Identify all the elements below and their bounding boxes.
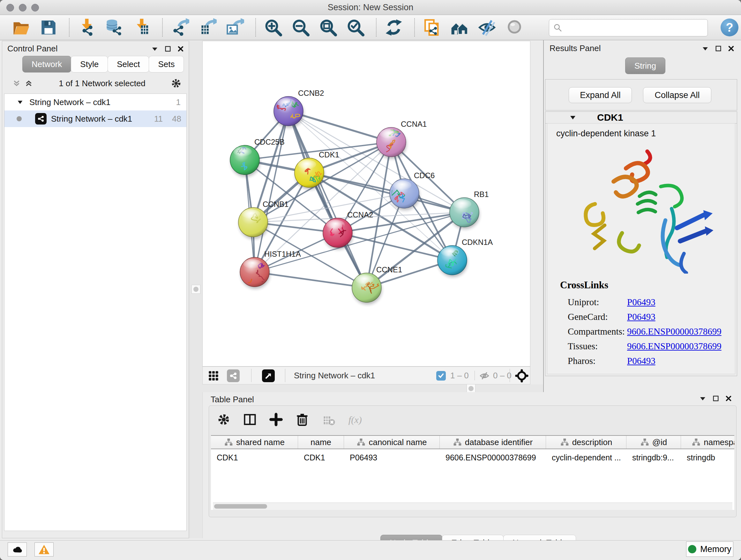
table-cell[interactable]: stringdb:9... bbox=[626, 453, 681, 462]
share-view-icon[interactable] bbox=[227, 369, 240, 382]
crosslink-label: Pharos: bbox=[560, 356, 627, 366]
network-options-gear-icon[interactable] bbox=[171, 78, 182, 89]
scrollbar-thumb[interactable] bbox=[214, 504, 267, 509]
export-network-button[interactable] bbox=[171, 18, 190, 37]
network-status-dot bbox=[17, 116, 22, 121]
export-table-button[interactable] bbox=[198, 18, 217, 37]
column-header-shared-name[interactable]: shared name bbox=[211, 436, 298, 449]
gene-section-header[interactable]: CDK1 bbox=[545, 112, 737, 124]
search-input[interactable] bbox=[566, 21, 704, 35]
tab-string[interactable]: String bbox=[625, 57, 665, 74]
table-row[interactable]: CDK1CDK1P064939606.ENSP00000378699cyclin… bbox=[211, 449, 734, 466]
fit-selected-crosshair-icon[interactable] bbox=[515, 369, 529, 383]
split-columns-icon[interactable] bbox=[243, 413, 257, 427]
add-icon[interactable] bbox=[269, 413, 283, 427]
save-session-button[interactable] bbox=[39, 18, 58, 37]
tab-style[interactable]: Style bbox=[71, 56, 108, 72]
close-panel-icon[interactable] bbox=[725, 395, 732, 402]
open-in-window-icon[interactable] bbox=[262, 369, 275, 382]
column-header-database-identifier[interactable]: database identifier bbox=[440, 436, 546, 449]
zoom-selected-button[interactable] bbox=[346, 18, 365, 37]
crosslink-link[interactable]: P06493 bbox=[627, 312, 656, 322]
collapse-all-button[interactable]: Collapse All bbox=[643, 87, 711, 103]
table-cell[interactable]: P06493 bbox=[344, 453, 440, 462]
network-from-document-button[interactable] bbox=[422, 18, 442, 37]
crosslink-label: Compartments: bbox=[560, 326, 627, 337]
show-hidden-button[interactable] bbox=[505, 18, 524, 37]
home-icon bbox=[450, 18, 469, 37]
float-panel-icon[interactable] bbox=[715, 45, 722, 52]
table-cell[interactable]: 9606.ENSP00000378699 bbox=[440, 453, 546, 462]
expand-all-icon[interactable] bbox=[24, 78, 33, 88]
table-splitter-handle[interactable] bbox=[467, 384, 475, 393]
collapse-all-icon[interactable] bbox=[12, 78, 21, 88]
export-image-button[interactable] bbox=[225, 18, 245, 37]
svg-text:f(x): f(x) bbox=[348, 415, 361, 425]
close-panel-icon[interactable] bbox=[177, 45, 184, 52]
table-cell[interactable]: CDK1 bbox=[211, 453, 298, 462]
table-cell[interactable]: stringdb bbox=[681, 453, 734, 462]
title-bar: Session: New Session bbox=[0, 0, 741, 15]
column-header-namespace[interactable]: namespace bbox=[681, 436, 734, 449]
hide-elements-button[interactable] bbox=[477, 18, 496, 37]
grid-view-icon[interactable] bbox=[208, 370, 219, 381]
clear-table-icon[interactable] bbox=[321, 413, 335, 427]
crosslink-link[interactable]: P06493 bbox=[627, 356, 656, 366]
crosslink-link[interactable]: 9606.ENSP00000378699 bbox=[627, 326, 722, 337]
network-collection-row[interactable]: String Network – cdk1 1 bbox=[4, 94, 186, 111]
network-canvas[interactable]: CCNB2 CCNA1 CDC25B CDK1 CDC6 RB1 CCNB1 C… bbox=[202, 41, 530, 367]
table-horizontal-scrollbar[interactable] bbox=[213, 503, 732, 510]
zoom-fit-button[interactable] bbox=[319, 18, 338, 37]
network-edge bbox=[288, 111, 391, 142]
search-icon bbox=[553, 23, 562, 33]
crosslink-link[interactable]: P06493 bbox=[627, 297, 656, 307]
help-button[interactable]: ? bbox=[721, 18, 738, 37]
node-table[interactable]: shared namenamecanonical namedatabase id… bbox=[211, 435, 734, 510]
panel-menu-icon[interactable] bbox=[701, 45, 709, 52]
column-header-canonical-name[interactable]: canonical name bbox=[344, 436, 440, 449]
import-network-button[interactable] bbox=[77, 18, 96, 37]
float-panel-icon[interactable] bbox=[164, 45, 172, 52]
open-session-button[interactable] bbox=[11, 18, 30, 37]
function-icon[interactable]: f(x) bbox=[347, 413, 361, 427]
string-home-button[interactable] bbox=[450, 18, 469, 37]
table-cell[interactable]: cyclin-dependent ... bbox=[546, 453, 626, 462]
cloud-button[interactable] bbox=[8, 543, 27, 557]
column-header-description[interactable]: description bbox=[546, 436, 626, 449]
tab-select[interactable]: Select bbox=[108, 56, 149, 72]
control-panel-tabs: NetworkStyleSelectSets bbox=[23, 56, 184, 72]
network-node-CCNB2: CCNB2 bbox=[274, 89, 324, 128]
tab-sets[interactable]: Sets bbox=[149, 56, 184, 72]
warnings-button[interactable] bbox=[35, 543, 54, 557]
expand-all-button[interactable]: Expand All bbox=[569, 87, 632, 103]
apply-layout-button[interactable] bbox=[384, 18, 403, 37]
float-panel-icon[interactable] bbox=[712, 395, 719, 402]
memory-button[interactable]: Memory bbox=[686, 542, 733, 557]
panel-menu-icon[interactable] bbox=[699, 395, 706, 402]
gene-expander-icon[interactable] bbox=[569, 114, 577, 121]
results-actions-box: Expand All Collapse All bbox=[545, 79, 737, 111]
warning-icon bbox=[38, 544, 50, 555]
zoom-in-icon bbox=[264, 18, 282, 37]
left-splitter-handle[interactable] bbox=[192, 285, 200, 294]
hidden-eye-icon[interactable] bbox=[479, 370, 490, 381]
tab-network[interactable]: Network bbox=[22, 56, 71, 72]
zoom-in-button[interactable] bbox=[264, 18, 283, 37]
gear-icon[interactable] bbox=[217, 413, 231, 427]
column-header-name[interactable]: name bbox=[298, 436, 344, 449]
import-database-icon bbox=[105, 18, 124, 37]
zoom-out-button[interactable] bbox=[291, 18, 310, 37]
close-panel-icon[interactable] bbox=[728, 45, 735, 52]
crosslink-link[interactable]: 9606.ENSP00000378699 bbox=[627, 341, 722, 352]
network-row[interactable]: String Network – cdk1 11 48 bbox=[4, 111, 186, 127]
table-cell[interactable]: CDK1 bbox=[298, 453, 344, 462]
trash-icon[interactable] bbox=[295, 413, 309, 427]
import-table-button[interactable] bbox=[132, 18, 151, 37]
selected-checkbox-icon[interactable] bbox=[436, 371, 446, 381]
panel-menu-icon[interactable] bbox=[151, 45, 158, 53]
left-splitter[interactable] bbox=[189, 41, 203, 538]
collection-expander-icon[interactable] bbox=[17, 99, 23, 106]
network-node-count: 11 bbox=[154, 114, 163, 124]
column-header-@id[interactable]: @id bbox=[626, 436, 681, 449]
import-database-button[interactable] bbox=[105, 18, 124, 37]
